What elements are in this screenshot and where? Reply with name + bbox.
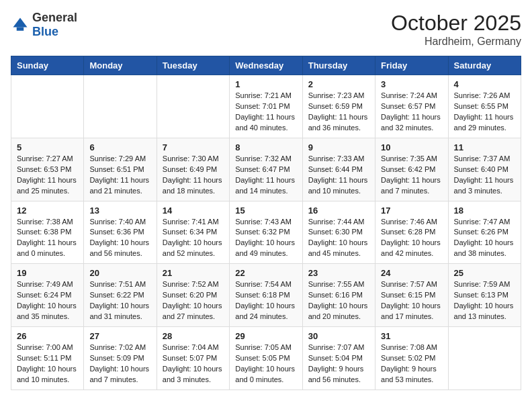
calendar-table: SundayMondayTuesdayWednesdayThursdayFrid… <box>11 56 521 390</box>
day-number: 27 <box>89 331 150 341</box>
logo: General Blue <box>11 11 77 39</box>
day-number: 9 <box>308 142 369 152</box>
calendar-cell: 23Sunrise: 7:55 AM Sunset: 6:16 PM Dayli… <box>302 264 375 327</box>
calendar-cell: 3Sunrise: 7:24 AM Sunset: 6:57 PM Daylig… <box>375 75 448 138</box>
weekday-header-wednesday: Wednesday <box>230 56 302 75</box>
calendar-week-row: 1Sunrise: 7:21 AM Sunset: 7:01 PM Daylig… <box>11 75 521 138</box>
page-header: General Blue October 2025 Hardheim, Germ… <box>11 11 521 48</box>
day-number: 21 <box>163 268 224 278</box>
day-number: 1 <box>235 79 296 89</box>
day-info: Sunrise: 7:49 AM Sunset: 6:24 PM Dayligh… <box>17 279 78 322</box>
logo-icon <box>11 15 30 34</box>
day-info: Sunrise: 7:59 AM Sunset: 6:13 PM Dayligh… <box>454 279 515 322</box>
calendar-cell: 27Sunrise: 7:02 AM Sunset: 5:09 PM Dayli… <box>84 327 157 390</box>
calendar-cell: 20Sunrise: 7:51 AM Sunset: 6:22 PM Dayli… <box>84 264 157 327</box>
day-number: 16 <box>308 205 369 216</box>
day-number: 22 <box>235 268 296 278</box>
day-info: Sunrise: 7:40 AM Sunset: 6:36 PM Dayligh… <box>89 217 150 260</box>
day-number: 30 <box>308 331 369 341</box>
day-number: 19 <box>17 268 78 278</box>
calendar-cell: 29Sunrise: 7:05 AM Sunset: 5:05 PM Dayli… <box>230 327 302 390</box>
day-number: 3 <box>381 79 442 89</box>
day-number: 25 <box>454 268 515 278</box>
svg-marker-0 <box>13 18 28 28</box>
day-info: Sunrise: 7:57 AM Sunset: 6:15 PM Dayligh… <box>381 279 442 322</box>
day-info: Sunrise: 7:55 AM Sunset: 6:16 PM Dayligh… <box>308 279 369 322</box>
weekday-header-row: SundayMondayTuesdayWednesdayThursdayFrid… <box>11 56 521 75</box>
day-number: 11 <box>454 142 515 152</box>
calendar-cell: 6Sunrise: 7:29 AM Sunset: 6:51 PM Daylig… <box>84 138 157 201</box>
svg-rect-1 <box>17 28 24 31</box>
day-number: 8 <box>235 142 296 152</box>
calendar-cell <box>11 75 84 138</box>
calendar-cell <box>84 75 157 138</box>
day-info: Sunrise: 7:05 AM Sunset: 5:05 PM Dayligh… <box>235 342 296 385</box>
calendar-cell: 28Sunrise: 7:04 AM Sunset: 5:07 PM Dayli… <box>157 327 229 390</box>
calendar-cell <box>157 75 229 138</box>
calendar-cell: 19Sunrise: 7:49 AM Sunset: 6:24 PM Dayli… <box>11 264 84 327</box>
day-info: Sunrise: 7:37 AM Sunset: 6:40 PM Dayligh… <box>454 154 515 197</box>
day-info: Sunrise: 7:47 AM Sunset: 6:26 PM Dayligh… <box>454 217 515 260</box>
calendar-week-row: 12Sunrise: 7:38 AM Sunset: 6:38 PM Dayli… <box>11 201 521 264</box>
calendar-cell: 26Sunrise: 7:00 AM Sunset: 5:11 PM Dayli… <box>11 327 84 390</box>
calendar-cell: 10Sunrise: 7:35 AM Sunset: 6:42 PM Dayli… <box>375 138 448 201</box>
weekday-header-tuesday: Tuesday <box>157 56 229 75</box>
calendar-week-row: 26Sunrise: 7:00 AM Sunset: 5:11 PM Dayli… <box>11 327 521 390</box>
calendar-cell: 21Sunrise: 7:52 AM Sunset: 6:20 PM Dayli… <box>157 264 229 327</box>
day-number: 12 <box>17 205 78 216</box>
day-number: 18 <box>454 205 515 216</box>
day-number: 10 <box>381 142 442 152</box>
title-block: October 2025 Hardheim, Germany <box>391 11 521 48</box>
day-info: Sunrise: 7:00 AM Sunset: 5:11 PM Dayligh… <box>17 342 78 385</box>
day-info: Sunrise: 7:38 AM Sunset: 6:38 PM Dayligh… <box>17 217 78 260</box>
calendar-cell: 5Sunrise: 7:27 AM Sunset: 6:53 PM Daylig… <box>11 138 84 201</box>
day-info: Sunrise: 7:32 AM Sunset: 6:47 PM Dayligh… <box>235 154 296 197</box>
day-number: 17 <box>381 205 442 216</box>
day-number: 14 <box>163 205 224 216</box>
day-info: Sunrise: 7:46 AM Sunset: 6:28 PM Dayligh… <box>381 217 442 260</box>
day-info: Sunrise: 7:21 AM Sunset: 7:01 PM Dayligh… <box>235 91 296 134</box>
weekday-header-saturday: Saturday <box>448 56 521 75</box>
calendar-cell: 15Sunrise: 7:43 AM Sunset: 6:32 PM Dayli… <box>230 201 302 264</box>
day-number: 4 <box>454 79 515 89</box>
calendar-cell: 17Sunrise: 7:46 AM Sunset: 6:28 PM Dayli… <box>375 201 448 264</box>
day-info: Sunrise: 7:51 AM Sunset: 6:22 PM Dayligh… <box>89 279 150 322</box>
day-number: 31 <box>381 331 442 341</box>
day-info: Sunrise: 7:23 AM Sunset: 6:59 PM Dayligh… <box>308 91 369 134</box>
logo-text-general: General <box>32 11 77 24</box>
day-info: Sunrise: 7:43 AM Sunset: 6:32 PM Dayligh… <box>235 217 296 260</box>
day-info: Sunrise: 7:41 AM Sunset: 6:34 PM Dayligh… <box>163 217 224 260</box>
calendar-cell: 4Sunrise: 7:26 AM Sunset: 6:55 PM Daylig… <box>448 75 521 138</box>
day-info: Sunrise: 7:30 AM Sunset: 6:49 PM Dayligh… <box>163 154 224 197</box>
calendar-cell: 22Sunrise: 7:54 AM Sunset: 6:18 PM Dayli… <box>230 264 302 327</box>
calendar-cell: 1Sunrise: 7:21 AM Sunset: 7:01 PM Daylig… <box>230 75 302 138</box>
day-info: Sunrise: 7:27 AM Sunset: 6:53 PM Dayligh… <box>17 154 78 197</box>
weekday-header-monday: Monday <box>84 56 157 75</box>
calendar-cell: 25Sunrise: 7:59 AM Sunset: 6:13 PM Dayli… <box>448 264 521 327</box>
day-number: 2 <box>308 79 369 89</box>
calendar-cell: 12Sunrise: 7:38 AM Sunset: 6:38 PM Dayli… <box>11 201 84 264</box>
day-number: 26 <box>17 331 78 341</box>
day-number: 20 <box>89 268 150 278</box>
calendar-cell: 14Sunrise: 7:41 AM Sunset: 6:34 PM Dayli… <box>157 201 229 264</box>
calendar-cell <box>448 327 521 390</box>
day-number: 5 <box>17 142 78 152</box>
calendar-cell: 8Sunrise: 7:32 AM Sunset: 6:47 PM Daylig… <box>230 138 302 201</box>
calendar-cell: 16Sunrise: 7:44 AM Sunset: 6:30 PM Dayli… <box>302 201 375 264</box>
calendar-cell: 31Sunrise: 7:08 AM Sunset: 5:02 PM Dayli… <box>375 327 448 390</box>
calendar-cell: 2Sunrise: 7:23 AM Sunset: 6:59 PM Daylig… <box>302 75 375 138</box>
day-info: Sunrise: 7:35 AM Sunset: 6:42 PM Dayligh… <box>381 154 442 197</box>
month-title: October 2025 <box>391 11 521 36</box>
logo-text-blue: Blue <box>32 25 58 38</box>
day-number: 13 <box>89 205 150 216</box>
calendar-cell: 13Sunrise: 7:40 AM Sunset: 6:36 PM Dayli… <box>84 201 157 264</box>
day-number: 23 <box>308 268 369 278</box>
day-info: Sunrise: 7:24 AM Sunset: 6:57 PM Dayligh… <box>381 91 442 134</box>
weekday-header-sunday: Sunday <box>11 56 84 75</box>
calendar-cell: 18Sunrise: 7:47 AM Sunset: 6:26 PM Dayli… <box>448 201 521 264</box>
weekday-header-friday: Friday <box>375 56 448 75</box>
day-info: Sunrise: 7:33 AM Sunset: 6:44 PM Dayligh… <box>308 154 369 197</box>
day-info: Sunrise: 7:26 AM Sunset: 6:55 PM Dayligh… <box>454 91 515 134</box>
day-info: Sunrise: 7:54 AM Sunset: 6:18 PM Dayligh… <box>235 279 296 322</box>
calendar-cell: 7Sunrise: 7:30 AM Sunset: 6:49 PM Daylig… <box>157 138 229 201</box>
